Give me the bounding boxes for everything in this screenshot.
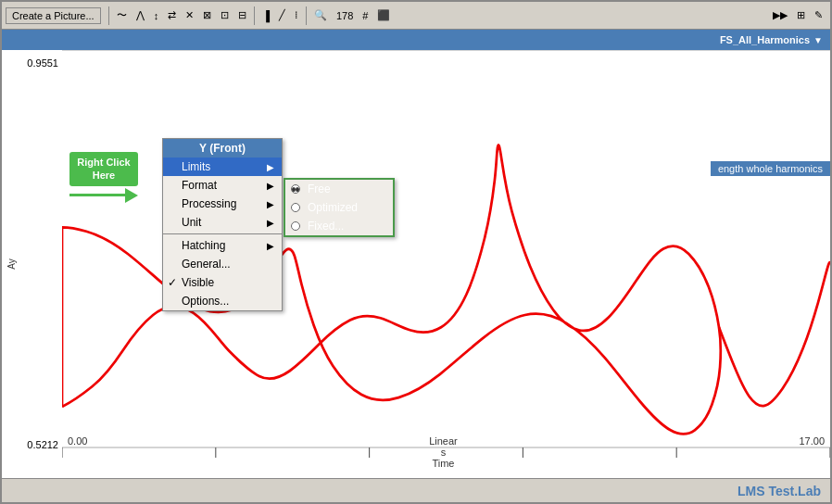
menu-item-general[interactable]: General...: [163, 255, 282, 273]
context-menu: Y (Front) Limits ▶ Free Optimized: [162, 138, 283, 311]
submenu-radio-free: [291, 184, 300, 194]
toolbar-grid-icon[interactable]: #: [359, 8, 372, 23]
chart-inner: 0.00 Linear s Time 17.00 ength whole har…: [62, 50, 830, 478]
x-mid-label: Linear: [429, 435, 458, 447]
title-dropdown-arrow[interactable]: ▼: [813, 35, 823, 45]
toolbar-line-icon[interactable]: ╱: [275, 7, 289, 23]
menu-item-visible-check: ✓: [168, 276, 177, 289]
menu-item-processing-label: Processing: [182, 197, 236, 210]
annotation-box: Right Click Here: [69, 152, 138, 186]
arrow-line: [69, 194, 125, 196]
toolbar-bar-icon[interactable]: ▐: [258, 8, 273, 23]
toolbar-separator-3: [306, 6, 307, 25]
x-unit-label: s: [441, 447, 447, 458]
menu-item-general-label: General...: [182, 258, 231, 271]
x-title-label: Time: [432, 458, 454, 469]
submenu-item-fixed[interactable]: Fixed...: [285, 217, 393, 235]
menu-item-unit-arrow: ▶: [267, 218, 274, 228]
toolbar-layout-btn[interactable]: ⊞: [793, 7, 809, 23]
app-window: Create a Picture... 〜 ⋀ ↕ ⇄ ✕ ⊠ ⊡ ⊟ ▐ ╱ …: [0, 0, 832, 504]
toolbar-separator-2: [254, 6, 255, 25]
context-menu-title: Y (Front): [163, 139, 282, 158]
toolbar-icon-7[interactable]: ⊡: [217, 7, 233, 23]
annotation-line2: Here: [75, 169, 132, 182]
y-axis-area: 0.9551 0.5212 Ay: [2, 50, 62, 478]
submenu-label-optimized: Optimized: [308, 201, 358, 214]
menu-item-format-label: Format: [182, 179, 217, 192]
submenu-radio-optimized: [291, 203, 300, 212]
arrow-head: [125, 188, 138, 203]
menu-item-unit-label: Unit: [182, 216, 201, 229]
submenu-item-optimized[interactable]: Optimized: [285, 198, 393, 217]
toolbar-icon-8[interactable]: ⊟: [234, 7, 250, 23]
create-picture-button[interactable]: Create a Picture...: [6, 7, 101, 24]
menu-item-format[interactable]: Format ▶: [163, 176, 282, 195]
submenu-label-free: Free: [308, 183, 331, 195]
testlab-text: Test.Lab: [765, 484, 821, 498]
submenu-item-free[interactable]: Free: [285, 180, 393, 198]
chart-title: FS_All_Harmonics: [720, 34, 810, 45]
annotation: Right Click Here: [69, 152, 138, 203]
annotation-arrow: [69, 188, 138, 203]
toolbar-zoom-icon[interactable]: 🔍: [310, 7, 331, 23]
menu-item-hatching[interactable]: Hatching ▶: [163, 236, 282, 255]
x-min-label: 0.00: [68, 435, 87, 469]
menu-item-limits[interactable]: Limits ▶ Free Optimized: [163, 158, 282, 176]
harmonics-label: ength whole harmonics: [711, 161, 830, 176]
toolbar-right: ▶▶ ⊞ ✎: [769, 7, 826, 23]
menu-item-visible-label: Visible: [182, 276, 214, 289]
submenu-radio-fixed: [291, 221, 300, 231]
menu-item-hatching-label: Hatching: [182, 239, 225, 252]
chart-area: 0.9551 0.5212 Ay: [2, 50, 830, 478]
toolbar-icon-4[interactable]: ⇄: [164, 7, 180, 23]
toolbar-num-icon[interactable]: 178: [333, 8, 357, 23]
toolbar: Create a Picture... 〜 ⋀ ↕ ⇄ ✕ ⊠ ⊡ ⊟ ▐ ╱ …: [2, 2, 830, 30]
menu-divider-1: [163, 233, 282, 234]
status-bar: LMS Test.Lab: [2, 478, 830, 502]
menu-item-processing[interactable]: Processing ▶: [163, 195, 282, 213]
toolbar-separator: [108, 6, 109, 25]
y-axis-label: Ay: [6, 258, 17, 270]
x-axis-area: 0.00 Linear s Time 17.00: [62, 435, 830, 469]
menu-item-visible[interactable]: ✓ Visible: [163, 273, 282, 292]
y-max-label: 0.9551: [27, 57, 58, 69]
menu-item-format-arrow: ▶: [267, 181, 274, 191]
annotation-line1: Right Click: [75, 156, 132, 169]
lms-text: LMS: [737, 484, 765, 498]
toolbar-forward-btn[interactable]: ▶▶: [769, 7, 791, 23]
menu-item-hatching-arrow: ▶: [267, 241, 274, 251]
menu-item-processing-arrow: ▶: [267, 199, 274, 209]
toolbar-icon-6[interactable]: ⊠: [199, 7, 215, 23]
x-max-label: 17.00: [799, 435, 825, 469]
toolbar-extra-icon[interactable]: ⬛: [373, 7, 394, 23]
title-bar: FS_All_Harmonics ▼: [2, 30, 830, 50]
submenu-limits: Free Optimized Fixed...: [284, 178, 395, 237]
menu-item-unit[interactable]: Unit ▶: [163, 213, 282, 232]
submenu-label-fixed: Fixed...: [308, 220, 344, 233]
menu-item-limits-arrow: ▶: [267, 162, 274, 172]
menu-item-limits-label: Limits: [182, 160, 210, 173]
menu-item-options-label: Options...: [182, 295, 229, 308]
lms-label: LMS Test.Lab: [737, 484, 821, 498]
toolbar-icon-2[interactable]: ⋀: [132, 7, 148, 23]
y-min-label: 0.5212: [27, 439, 58, 450]
toolbar-edit-btn[interactable]: ✎: [811, 7, 826, 23]
toolbar-scatter-icon[interactable]: ⁞: [291, 7, 302, 23]
toolbar-icon-5[interactable]: ✕: [182, 7, 197, 23]
toolbar-icon-1[interactable]: 〜: [113, 6, 131, 24]
toolbar-icon-3[interactable]: ↕: [150, 8, 163, 23]
menu-item-options[interactable]: Options...: [163, 292, 282, 310]
